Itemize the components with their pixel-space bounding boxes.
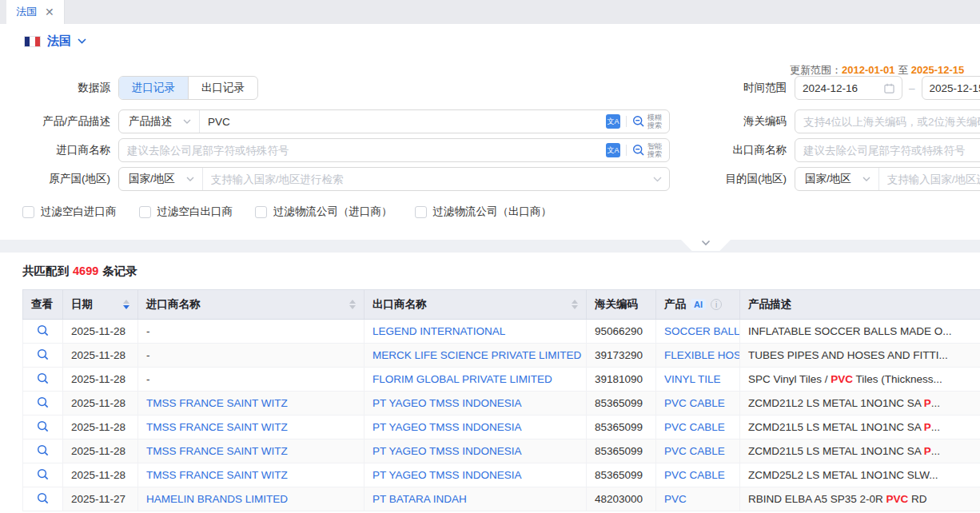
- cell-date: 2025-11-28: [63, 463, 138, 487]
- row-product[interactable]: VINYL TILE: [664, 373, 721, 385]
- cell-product: PVC CABLE: [656, 416, 740, 439]
- filter-checkbox-2[interactable]: 过滤物流公司（进口商）: [255, 205, 392, 219]
- cell-importer: HAMELIN BRANDS LIMITED: [138, 487, 365, 511]
- search-form-panel: 法国 更新范围：2012-01-01 至 2025-12-15 数据源 进口记录…: [0, 24, 980, 240]
- product-type-select[interactable]: 产品描述: [119, 110, 200, 133]
- checkbox-icon[interactable]: [139, 206, 151, 218]
- info-icon[interactable]: i: [711, 299, 722, 310]
- cell-description: INFLATABLE SOCCER BALLS MADE O...: [740, 320, 980, 344]
- cell-product: PVC CABLE: [656, 463, 740, 487]
- row-description: ZCMD25L2 LS METAL 1NO1NC SLW...: [748, 469, 938, 481]
- col-exporter[interactable]: 出口商名称: [365, 290, 587, 320]
- description-text: RD: [908, 493, 926, 505]
- tab-export-records[interactable]: 出口记录: [188, 77, 257, 99]
- row-date: 2025-11-27: [71, 493, 125, 505]
- row-importer[interactable]: TMSS FRANCE SAINT WITZ: [146, 445, 288, 457]
- row-importer[interactable]: TMSS FRANCE SAINT WITZ: [146, 421, 288, 433]
- time-range-label: 时间范围: [719, 81, 795, 95]
- origin-country-input[interactable]: [203, 173, 653, 185]
- view-record-button[interactable]: [37, 372, 49, 384]
- row-product[interactable]: FLEXIBLE HOSE PVC: [664, 349, 740, 361]
- hs-code-input[interactable]: [795, 116, 980, 128]
- filter-checkbox-1[interactable]: 过滤空白出口商: [139, 205, 233, 219]
- view-record-button[interactable]: [37, 348, 49, 360]
- origin-type-select[interactable]: 国家/地区: [119, 168, 203, 190]
- view-record-button[interactable]: [37, 396, 49, 408]
- row-exporter[interactable]: PT YAGEO TMSS INDONESIA: [372, 421, 522, 433]
- date-start-input[interactable]: [803, 82, 874, 94]
- description-highlight: P: [924, 421, 931, 433]
- row-importer[interactable]: TMSS FRANCE SAINT WITZ: [146, 397, 288, 409]
- row-importer[interactable]: TMSS FRANCE SAINT WITZ: [146, 469, 288, 481]
- cell-hs-code: 85365099: [587, 416, 656, 439]
- row-product[interactable]: PVC CABLE: [664, 469, 725, 481]
- close-icon[interactable]: ✕: [45, 6, 54, 18]
- product-input[interactable]: [200, 116, 606, 128]
- cell-importer: -: [138, 368, 365, 392]
- description-text: SPC Vinyl Tiles /: [748, 373, 831, 385]
- filter-checkbox-3[interactable]: 过滤物流公司（出口商）: [415, 205, 552, 219]
- country-selector[interactable]: 法国: [24, 34, 86, 49]
- row-product[interactable]: PVC: [664, 493, 687, 505]
- search-icon: [37, 444, 49, 456]
- chevron-down-icon[interactable]: [78, 38, 86, 44]
- description-text: RBIND ELBA A5 SP35 2-0R: [748, 493, 886, 505]
- row-hscode: 39173290: [595, 349, 643, 361]
- date-end-input[interactable]: [930, 82, 980, 94]
- row-importer[interactable]: HAMELIN BRANDS LIMITED: [146, 493, 288, 505]
- date-start-box[interactable]: [795, 76, 902, 100]
- translate-icon[interactable]: 文A: [606, 143, 620, 157]
- checkbox-icon[interactable]: [255, 206, 267, 218]
- view-record-button[interactable]: [37, 468, 49, 480]
- checkbox-icon[interactable]: [22, 206, 34, 218]
- search-icon: [37, 492, 49, 504]
- col-date[interactable]: 日期: [63, 290, 138, 320]
- table-row: 2025-11-28 TMSS FRANCE SAINT WITZ PT YAG…: [23, 392, 980, 416]
- destination-country-input[interactable]: [879, 173, 980, 185]
- tab-import-records[interactable]: 进口记录: [119, 77, 188, 99]
- filter-checkbox-0[interactable]: 过滤空白进口商: [22, 205, 117, 219]
- row-exporter[interactable]: PT YAGEO TMSS INDONESIA: [372, 469, 522, 481]
- cell-product: PVC: [656, 487, 740, 511]
- exporter-input[interactable]: [795, 145, 980, 157]
- cell-description: ZCMD21L5 LS METAL 1NO1NC SA P...: [740, 439, 980, 463]
- smart-search-toggle[interactable]: 智能搜索: [632, 142, 662, 159]
- col-importer[interactable]: 进口商名称: [138, 290, 365, 320]
- view-record-button[interactable]: [37, 444, 49, 456]
- table-header-row: 查看 日期 进口商名称 出口商名称 海关编码 产品AIi 产品描述: [23, 290, 980, 320]
- row-exporter[interactable]: MERCK LIFE SCIENCE PRIVATE LIMITED: [372, 349, 581, 361]
- data-source-label: 数据源: [0, 81, 118, 95]
- calendar-icon[interactable]: [884, 83, 894, 93]
- destination-type-select[interactable]: 国家/地区: [795, 168, 879, 190]
- row-product[interactable]: PVC CABLE: [664, 445, 725, 457]
- view-record-button[interactable]: [37, 420, 49, 432]
- collapse-handle[interactable]: [681, 240, 731, 251]
- row-exporter[interactable]: PT BATARA INDAH: [372, 493, 467, 505]
- row-product[interactable]: SOCCER BALL: [664, 325, 740, 337]
- row-exporter[interactable]: LEGEND INTERNATIONAL: [372, 325, 505, 337]
- row-importer: -: [146, 325, 150, 337]
- view-record-button[interactable]: [37, 492, 49, 504]
- divider: [626, 116, 627, 127]
- table-row: 2025-11-27 HAMELIN BRANDS LIMITED PT BAT…: [23, 487, 980, 511]
- row-product[interactable]: PVC CABLE: [664, 421, 725, 433]
- sort-icon-exporter[interactable]: [572, 300, 578, 309]
- sort-icon-date[interactable]: [123, 300, 129, 309]
- date-end-box[interactable]: [922, 76, 980, 100]
- fuzzy-search-toggle[interactable]: 模糊搜索: [632, 113, 662, 130]
- row-exporter[interactable]: PT YAGEO TMSS INDONESIA: [372, 445, 522, 457]
- row-exporter[interactable]: PT YAGEO TMSS INDONESIA: [372, 397, 522, 409]
- sort-icon-importer[interactable]: [349, 300, 356, 309]
- chevron-down-icon[interactable]: [653, 177, 662, 182]
- origin-input-group: 国家/地区: [118, 167, 670, 191]
- view-record-button[interactable]: [37, 324, 49, 336]
- checkbox-icon[interactable]: [415, 206, 427, 218]
- row-product[interactable]: PVC CABLE: [664, 397, 725, 409]
- translate-icon[interactable]: 文A: [606, 114, 620, 129]
- importer-input[interactable]: [119, 145, 606, 157]
- row-hscode: 85365099: [595, 469, 643, 481]
- tab-france[interactable]: 法国 ✕: [6, 0, 65, 24]
- cell-importer: TMSS FRANCE SAINT WITZ: [138, 392, 365, 416]
- row-exporter[interactable]: FLORIM GLOBAL PRIVATE LIMITED: [372, 373, 552, 385]
- product-input-icons: 文A 模糊搜索: [606, 113, 669, 130]
